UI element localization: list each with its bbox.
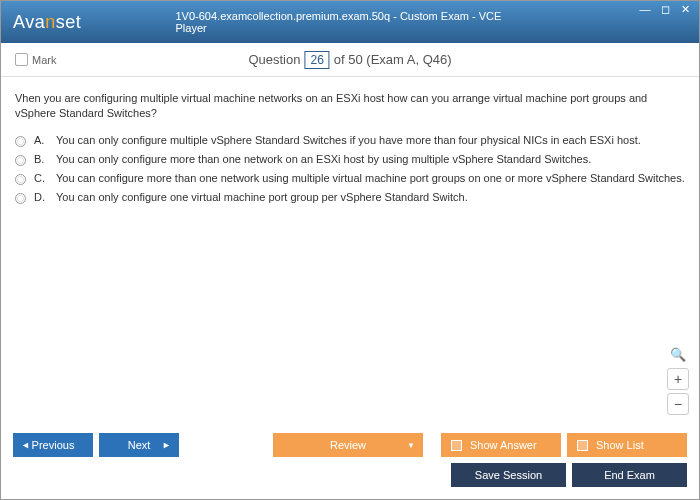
button-label: Save Session <box>475 469 542 481</box>
option-label: B. <box>34 153 48 165</box>
option-b[interactable]: B. You can only configure more than one … <box>15 153 685 166</box>
logo-part: Ava <box>13 12 45 32</box>
option-text: You can only configure more than one net… <box>56 153 591 165</box>
option-label: C. <box>34 172 48 184</box>
show-answer-button[interactable]: Show Answer <box>441 433 561 457</box>
previous-button[interactable]: Previous <box>13 433 93 457</box>
save-session-button[interactable]: Save Session <box>451 463 566 487</box>
window-title: 1V0-604.examcollection.premium.exam.50q … <box>176 10 525 34</box>
title-bar: Avanset 1V0-604.examcollection.premium.e… <box>1 1 699 43</box>
question-header: Mark Question 26 of 50 (Exam A, Q46) <box>1 43 699 77</box>
checkbox-icon <box>577 440 588 451</box>
show-list-button[interactable]: Show List <box>567 433 687 457</box>
option-text: You can configure more than one network … <box>56 172 685 184</box>
logo-accent: n <box>45 12 56 32</box>
button-label: Review <box>330 439 366 451</box>
checkbox-icon <box>451 440 462 451</box>
button-label: Show Answer <box>470 439 537 451</box>
question-word: Question <box>248 52 300 67</box>
question-total: of 50 (Exam A, Q46) <box>334 52 452 67</box>
option-label: A. <box>34 134 48 146</box>
question-counter: Question 26 of 50 (Exam A, Q46) <box>248 51 451 69</box>
option-d[interactable]: D. You can only configure one virtual ma… <box>15 191 685 204</box>
content-area: Vhen you are configuring multiple virtua… <box>1 77 699 425</box>
next-button[interactable]: Next <box>99 433 179 457</box>
option-text: You can only configure one virtual machi… <box>56 191 468 203</box>
button-label: End Exam <box>604 469 655 481</box>
button-label: Previous <box>32 439 75 451</box>
option-c[interactable]: C. You can configure more than one netwo… <box>15 172 685 185</box>
option-text: You can only configure multiple vSphere … <box>56 134 641 146</box>
close-button[interactable]: ✕ <box>677 3 693 17</box>
app-logo: Avanset <box>1 12 81 33</box>
mark-checkbox[interactable] <box>15 53 28 66</box>
radio-icon[interactable] <box>15 174 26 185</box>
end-exam-button[interactable]: End Exam <box>572 463 687 487</box>
footer-row-1: Previous Next Review Show Answer Show Li… <box>13 433 687 457</box>
mark-label: Mark <box>32 54 56 66</box>
question-number: 26 <box>304 51 329 69</box>
button-label: Next <box>128 439 151 451</box>
question-text: Vhen you are configuring multiple virtua… <box>15 91 685 122</box>
option-label: D. <box>34 191 48 203</box>
footer-row-2: Save Session End Exam <box>13 463 687 487</box>
footer: Previous Next Review Show Answer Show Li… <box>1 425 699 499</box>
zoom-controls: 🔍 + − <box>667 347 689 415</box>
zoom-in-button[interactable]: + <box>667 368 689 390</box>
radio-icon[interactable] <box>15 136 26 147</box>
radio-icon[interactable] <box>15 193 26 204</box>
mark-checkbox-wrap[interactable]: Mark <box>15 53 56 66</box>
button-label: Show List <box>596 439 644 451</box>
zoom-out-button[interactable]: − <box>667 393 689 415</box>
option-a[interactable]: A. You can only configure multiple vSphe… <box>15 134 685 147</box>
minimize-button[interactable]: — <box>637 3 653 17</box>
magnifier-icon[interactable]: 🔍 <box>669 347 687 365</box>
window-controls: — ◻ ✕ <box>637 3 693 17</box>
review-button[interactable]: Review <box>273 433 423 457</box>
maximize-button[interactable]: ◻ <box>657 3 673 17</box>
radio-icon[interactable] <box>15 155 26 166</box>
logo-part: set <box>56 12 82 32</box>
options-list: A. You can only configure multiple vSphe… <box>15 134 685 204</box>
